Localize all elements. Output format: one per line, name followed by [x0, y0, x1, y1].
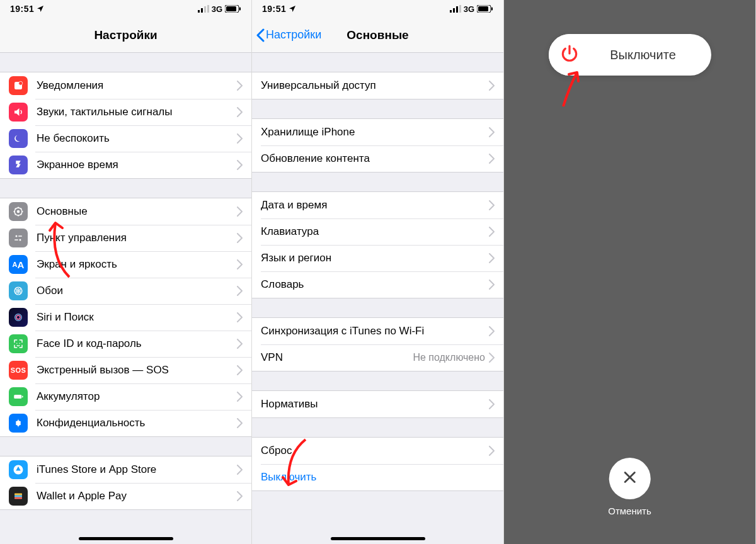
chevron-right-icon — [237, 233, 243, 243]
row-label: Экран и яркость — [37, 258, 237, 271]
chevron-right-icon — [489, 280, 495, 290]
row-label: Не беспокоить — [37, 132, 237, 145]
row-label: VPN — [261, 351, 413, 364]
network-label: 3G — [212, 4, 222, 14]
row-label: Wallet и Apple Pay — [37, 490, 237, 502]
general-row[interactable]: Обновление контента — [252, 145, 503, 172]
power-off-screen: Выключите Отменить — [504, 0, 756, 544]
general-row[interactable]: Дата и время — [252, 192, 503, 218]
power-off-slider[interactable]: Выключите — [549, 34, 711, 76]
battery-icon — [9, 387, 28, 406]
status-bar: 19:51 3G — [0, 0, 251, 18]
settings-row-screentime[interactable]: Экранное время — [0, 152, 251, 178]
cancel-label: Отменить — [608, 506, 651, 516]
row-label: Siri и Поиск — [37, 311, 237, 324]
page-title: Основные — [346, 28, 408, 42]
settings-row-controlcenter[interactable]: Пункт управления — [0, 225, 251, 251]
settings-row-siri[interactable]: Siri и Поиск — [0, 304, 251, 331]
group-store: iTunes Store и App StoreWallet и Apple P… — [0, 456, 251, 510]
general-row[interactable]: Клавиатура — [252, 218, 503, 245]
general-row[interactable]: Синхронизация с iTunes по Wi-Fi — [252, 318, 503, 344]
chevron-right-icon — [489, 253, 495, 263]
chevron-right-icon — [237, 392, 243, 402]
chevron-right-icon — [237, 160, 243, 170]
general-row[interactable]: Словарь — [252, 271, 503, 298]
svg-point-10 — [17, 210, 20, 213]
settings-row-sos[interactable]: SOSЭкстренный вызов — SOS — [0, 357, 251, 383]
row-label: Face ID и код-пароль — [37, 337, 237, 350]
settings-row-wallpaper[interactable]: Обои — [0, 278, 251, 304]
general-row[interactable]: Универсальный доступ — [252, 72, 503, 99]
svg-rect-2 — [204, 6, 206, 13]
group-accessibility: Универсальный доступ — [252, 72, 503, 99]
chevron-right-icon — [237, 339, 243, 349]
chevron-right-icon — [237, 259, 243, 269]
chevron-right-icon — [237, 107, 243, 117]
svg-point-23 — [20, 343, 21, 344]
siri-icon — [9, 308, 28, 327]
power-off-label: Выключите — [590, 48, 711, 62]
power-icon — [559, 43, 580, 66]
svg-point-16 — [18, 290, 20, 292]
row-label: Хранилище iPhone — [261, 126, 489, 139]
group-general: ОсновныеПункт управленияAAЭкран и яркост… — [0, 198, 251, 437]
general-row[interactable]: Выключить — [252, 464, 503, 490]
settings-row-battery[interactable]: Аккумулятор — [0, 383, 251, 410]
svg-point-21 — [16, 315, 20, 319]
settings-row-dnd[interactable]: Не беспокоить — [0, 125, 251, 152]
row-label: Нормативы — [261, 398, 489, 411]
row-label: Уведомления — [37, 79, 237, 92]
battery-status-icon — [477, 5, 493, 13]
row-label: Основные — [37, 205, 237, 218]
general-row[interactable]: VPNНе подключено — [252, 344, 503, 371]
row-label: Дата и время — [261, 199, 489, 212]
settings-row-privacy[interactable]: Конфиденциальность — [0, 410, 251, 436]
svg-rect-1 — [201, 8, 203, 13]
general-row[interactable]: Язык и регион — [252, 245, 503, 271]
general-row[interactable]: Нормативы — [252, 391, 503, 417]
general-row[interactable]: Хранилище iPhone — [252, 119, 503, 145]
svg-rect-35 — [478, 6, 488, 11]
wallpaper-icon — [9, 281, 28, 300]
svg-rect-25 — [22, 396, 23, 398]
row-value: Не подключено — [413, 352, 485, 363]
chevron-right-icon — [489, 227, 495, 237]
settings-row-display[interactable]: AAЭкран и яркость — [0, 251, 251, 278]
settings-row-faceid[interactable]: Face ID и код-пароль — [0, 331, 251, 357]
chevron-right-icon — [237, 418, 243, 428]
general-row[interactable]: Сброс — [252, 438, 503, 464]
close-icon — [621, 469, 638, 488]
svg-rect-32 — [456, 6, 458, 13]
settings-row-sounds[interactable]: Звуки, тактильные сигналы — [0, 99, 251, 125]
screentime-icon — [9, 156, 28, 174]
home-indicator[interactable] — [331, 537, 425, 540]
back-button[interactable]: Настройки — [256, 28, 321, 42]
home-indicator[interactable] — [79, 537, 173, 540]
cancel-button[interactable] — [609, 458, 650, 499]
row-label: Сброс — [261, 445, 489, 457]
chevron-right-icon — [237, 312, 243, 322]
row-label: Экстренный вызов — SOS — [37, 364, 237, 377]
row-label: Клавиатура — [261, 225, 489, 238]
settings-row-appstore[interactable]: iTunes Store и App Store — [0, 456, 251, 483]
status-time: 19:51 — [10, 4, 34, 14]
power-knob[interactable] — [549, 34, 590, 76]
row-label: Конфиденциальность — [37, 417, 237, 429]
settings-row-notifications[interactable]: Уведомления — [0, 72, 251, 99]
svg-rect-3 — [207, 5, 209, 13]
chevron-right-icon — [489, 200, 495, 210]
group-notifications: УведомленияЗвуки, тактильные сигналыНе б… — [0, 72, 251, 179]
svg-rect-24 — [14, 395, 21, 399]
nav-header: Настройки — [0, 18, 251, 53]
sos-icon: SOS — [9, 361, 28, 380]
chevron-right-icon — [237, 465, 243, 475]
row-label: Язык и регион — [261, 252, 489, 264]
row-label: iTunes Store и App Store — [37, 463, 237, 476]
group-regulatory: Нормативы — [252, 390, 503, 418]
appstore-icon — [9, 460, 28, 479]
location-icon — [37, 5, 44, 13]
settings-row-wallet[interactable]: Wallet и Apple Pay — [0, 483, 251, 509]
row-label: Экранное время — [37, 159, 237, 171]
settings-row-general[interactable]: Основные — [0, 198, 251, 225]
status-bar: 19:51 3G — [252, 0, 503, 18]
